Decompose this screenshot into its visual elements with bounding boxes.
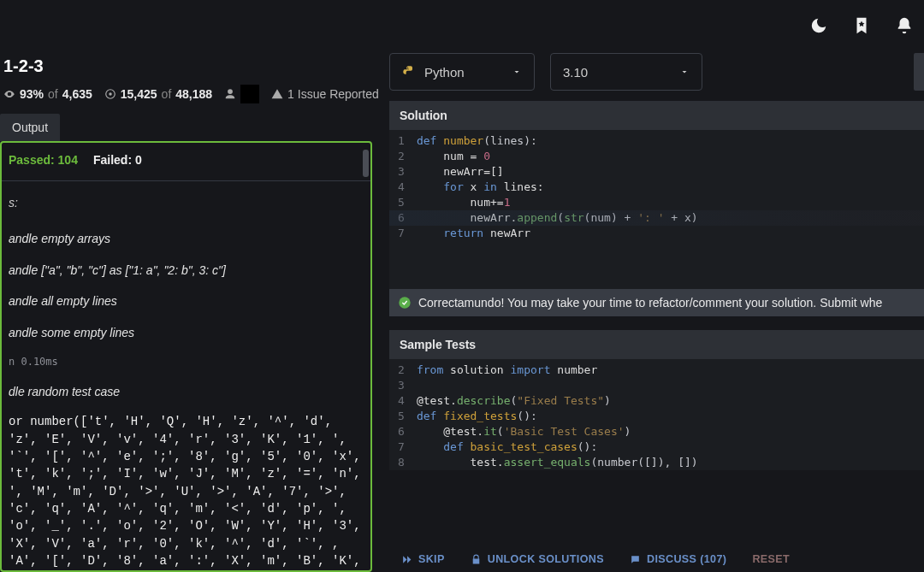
tab-output[interactable]: Output [0,114,60,141]
chevron-down-icon [512,67,522,77]
warning-icon [271,88,283,100]
test-case: andle ["a", "b", "c"] as ["1: a", "2: b"… [9,261,364,280]
version-select[interactable]: 3.10 [550,53,702,91]
kata-meta: 93% of 4,635 15,425 of 48,188 1 Issue Re… [0,85,379,114]
random-body: or number(['t', 'H', 'Q', 'H', 'z', '^',… [9,413,364,570]
discuss-button[interactable]: DISCUSS (107) [621,548,735,570]
failed-count: Failed: 0 [93,153,142,167]
bell-icon[interactable] [895,16,914,38]
unlock-button[interactable]: UNLOCK SOLUTIONS [462,548,613,570]
chevron-down-icon [679,67,690,77]
plays: 15,425 of 48,188 [104,87,212,101]
skip-button[interactable]: SKIP [393,548,453,570]
kata-title: 1-2-3 [0,53,379,85]
sample-header: Sample Tests [389,330,924,359]
passed-count: Passed: 104 [9,153,78,167]
pass-rate: 93% of 4,635 [3,87,92,101]
solution-header: Solution [389,101,924,130]
user-icon [224,88,236,100]
lock-icon [471,554,482,565]
bookmark-icon[interactable] [852,16,871,38]
output-panel: Passed: 104 Failed: 0 s: andle empty arr… [0,141,372,572]
language-label: Python [424,65,465,80]
version-label: 3.10 [563,65,588,80]
language-select[interactable]: Python [389,53,535,91]
panel-handle[interactable] [914,53,924,91]
sample-editor[interactable]: 23456789 from solution import number @te… [389,359,924,470]
target-icon [104,88,116,100]
reset-button[interactable]: RESET [743,548,798,570]
chat-icon [630,554,641,565]
check-circle-icon [398,296,412,310]
status-bar: Correctamundo! You may take your time to… [389,289,924,316]
author[interactable] [224,85,259,103]
random-header: dle random test case [9,382,364,401]
scrollbar[interactable] [363,150,369,177]
svg-point-1 [109,92,112,96]
test-case: andle some empty lines [9,323,364,342]
forward-icon [401,554,412,565]
avatar [240,85,259,103]
svg-point-2 [399,297,410,308]
python-icon [402,65,416,79]
moon-icon[interactable] [809,16,828,38]
section-header: s: [9,193,364,212]
timing: n 0.10ms [9,354,364,370]
issues[interactable]: 1 Issue Reported [271,87,379,101]
eye-icon [3,88,15,100]
solution-editor[interactable]: 1234567 def number(lines): num = 0 newAr… [389,130,924,289]
test-case: andle empty arrays [9,229,364,248]
test-case: andle all empty lines [9,292,364,310]
